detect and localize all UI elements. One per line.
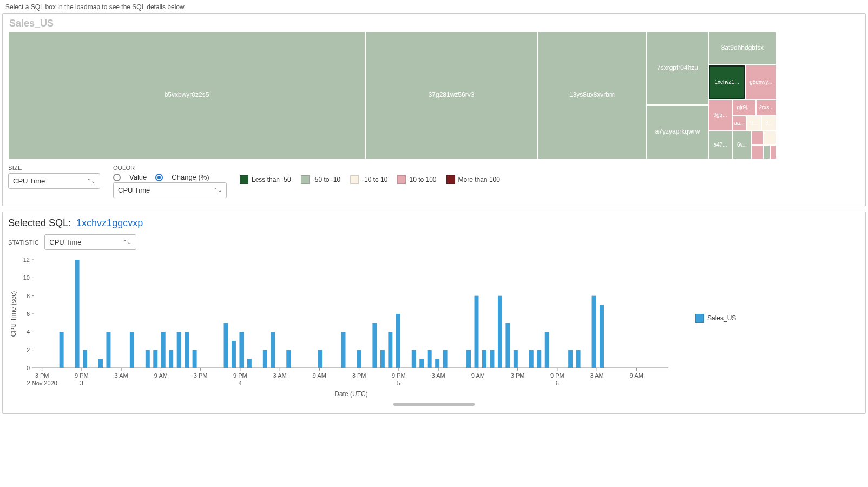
svg-text:Date (UTC): Date (UTC) bbox=[334, 390, 367, 398]
treemap-cell[interactable] bbox=[770, 145, 777, 159]
selected-sql-link[interactable]: 1xchvz1ggcvxp bbox=[76, 218, 143, 228]
svg-text:6: 6 bbox=[27, 311, 30, 317]
bar[interactable] bbox=[271, 332, 275, 368]
svg-text:9 AM: 9 AM bbox=[630, 372, 643, 379]
svg-text:6v...: 6v... bbox=[737, 142, 747, 148]
color-label: COLOR bbox=[113, 164, 227, 171]
bar[interactable] bbox=[106, 332, 110, 368]
bar[interactable] bbox=[318, 350, 322, 368]
bar[interactable] bbox=[161, 332, 166, 368]
svg-text:3 PM: 3 PM bbox=[352, 372, 366, 379]
svg-text:9 AM: 9 AM bbox=[154, 372, 168, 379]
svg-text:gjr9j...: gjr9j... bbox=[737, 104, 751, 110]
svg-text:9 PM: 9 PM bbox=[75, 372, 89, 379]
svg-text:g8dxwy...: g8dxwy... bbox=[749, 79, 772, 85]
radio-change[interactable] bbox=[155, 174, 163, 181]
svg-text:9gq...: 9gq... bbox=[713, 112, 727, 118]
bar[interactable] bbox=[177, 332, 181, 368]
bar[interactable] bbox=[380, 350, 385, 368]
svg-text:9...: 9... bbox=[750, 120, 758, 126]
treemap-cell[interactable] bbox=[764, 131, 777, 145]
statistic-label: STATISTIC bbox=[8, 239, 39, 246]
bar[interactable] bbox=[428, 350, 432, 368]
svg-text:0: 0 bbox=[27, 365, 30, 371]
bar[interactable] bbox=[83, 350, 87, 368]
treemap[interactable]: b5vxbwyr0z2s537g281wz56rv313ys8ux8xvrbm7… bbox=[8, 31, 860, 159]
bar[interactable] bbox=[505, 323, 510, 368]
bar[interactable] bbox=[490, 350, 494, 368]
statistic-select-value: CPU Time bbox=[49, 238, 81, 246]
hint-text: Select a SQL box in the loadmap to see t… bbox=[5, 3, 866, 11]
bar[interactable] bbox=[239, 332, 244, 368]
cpu-time-bar-chart[interactable]: 024681012CPU Time (sec)3 PM2 Nov 20209 P… bbox=[8, 254, 674, 400]
bar[interactable] bbox=[341, 332, 346, 368]
selected-sql-panel: Selected SQL: 1xchvz1ggcvxp STATISTIC CP… bbox=[2, 212, 866, 414]
bar[interactable] bbox=[372, 323, 377, 368]
radio-value[interactable] bbox=[113, 174, 121, 181]
bar[interactable] bbox=[537, 350, 541, 368]
bar[interactable] bbox=[545, 332, 549, 368]
bar[interactable] bbox=[466, 350, 471, 368]
size-select-value: CPU Time bbox=[13, 177, 45, 185]
bar[interactable] bbox=[169, 350, 173, 368]
bar[interactable] bbox=[482, 350, 486, 368]
bar[interactable] bbox=[146, 350, 150, 368]
color-select[interactable]: CPU Time ⌃⌄ bbox=[113, 182, 227, 198]
bar[interactable] bbox=[412, 350, 416, 368]
svg-text:8: 8 bbox=[27, 293, 30, 299]
svg-text:7sxrgpfr04hzu: 7sxrgpfr04hzu bbox=[657, 64, 698, 71]
svg-text:9 AM: 9 AM bbox=[313, 372, 326, 379]
bar[interactable] bbox=[286, 350, 291, 368]
treemap-cell[interactable] bbox=[752, 145, 764, 159]
bar[interactable] bbox=[396, 314, 400, 368]
svg-text:3 PM: 3 PM bbox=[194, 372, 208, 379]
bar[interactable] bbox=[600, 305, 604, 368]
bar[interactable] bbox=[576, 350, 581, 368]
svg-text:8at9dhhdgbfsx: 8at9dhhdgbfsx bbox=[721, 44, 764, 51]
selected-sql-header: Selected SQL: 1xchvz1ggcvxp bbox=[8, 218, 860, 229]
bar[interactable] bbox=[498, 296, 502, 368]
chevron-down-icon: ⌃⌄ bbox=[213, 187, 222, 193]
bar[interactable] bbox=[388, 332, 392, 368]
svg-text:9 PM: 9 PM bbox=[233, 372, 247, 379]
bar[interactable] bbox=[75, 260, 80, 368]
bar[interactable] bbox=[247, 359, 252, 368]
bar[interactable] bbox=[435, 359, 439, 368]
size-label: SIZE bbox=[8, 164, 100, 171]
svg-text:3 PM: 3 PM bbox=[35, 372, 49, 379]
bar[interactable] bbox=[357, 350, 361, 368]
svg-text:aa...: aa... bbox=[734, 120, 744, 126]
svg-text:a47...: a47... bbox=[713, 142, 727, 148]
color-select-value: CPU Time bbox=[118, 186, 150, 194]
bar[interactable] bbox=[224, 323, 228, 368]
treemap-cell[interactable] bbox=[764, 145, 770, 159]
bar[interactable] bbox=[232, 341, 236, 368]
svg-text:6: 6 bbox=[556, 380, 559, 386]
chart-scrollbar-thumb[interactable] bbox=[393, 403, 475, 406]
bar[interactable] bbox=[185, 332, 189, 368]
bar[interactable] bbox=[60, 332, 64, 368]
db-title: Sales_US bbox=[9, 18, 860, 29]
svg-text:3 AM: 3 AM bbox=[432, 372, 445, 379]
bar[interactable] bbox=[592, 296, 596, 368]
bar[interactable] bbox=[263, 350, 267, 368]
size-select[interactable]: CPU Time ⌃⌄ bbox=[8, 173, 100, 189]
bar[interactable] bbox=[514, 350, 518, 368]
bar[interactable] bbox=[443, 350, 448, 368]
bar[interactable] bbox=[153, 350, 157, 368]
bar[interactable] bbox=[130, 332, 134, 368]
statistic-select[interactable]: CPU Time ⌃⌄ bbox=[44, 234, 136, 250]
svg-text:13ys8ux8xvrbm: 13ys8ux8xvrbm bbox=[569, 91, 615, 98]
svg-text:2rxs...: 2rxs... bbox=[759, 104, 773, 110]
treemap-cell[interactable] bbox=[752, 131, 764, 145]
bar[interactable] bbox=[475, 296, 479, 368]
bar[interactable] bbox=[568, 350, 573, 368]
radio-value-label: Value bbox=[129, 173, 147, 181]
bar[interactable] bbox=[193, 350, 197, 368]
svg-text:3 AM: 3 AM bbox=[273, 372, 287, 379]
svg-text:3 AM: 3 AM bbox=[590, 372, 604, 379]
bar[interactable] bbox=[419, 359, 424, 368]
bar[interactable] bbox=[98, 359, 103, 368]
svg-text:4: 4 bbox=[27, 328, 30, 335]
bar[interactable] bbox=[529, 350, 534, 368]
